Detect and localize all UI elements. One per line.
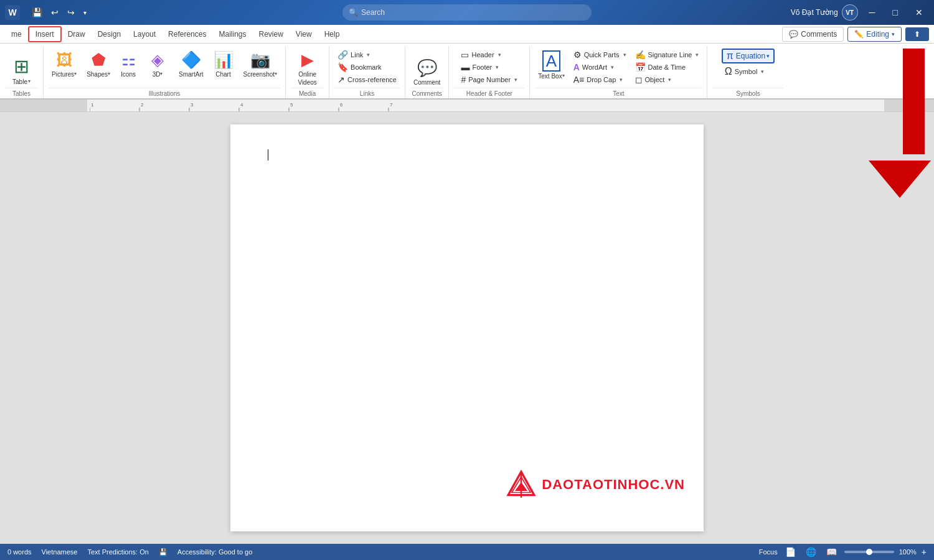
cross-reference-icon: ↗ [337, 75, 345, 85]
quick-parts-button[interactable]: ⚙ Quick Parts ▾ [570, 49, 630, 61]
comments-group-label: Comments [410, 88, 443, 97]
menu-right: 💬 Comments ✏️ Editing ▾ ⬆ [782, 27, 929, 42]
illustrations-group-label: Illustrations [49, 88, 280, 97]
equation-button[interactable]: π Equation ▾ [722, 49, 775, 63]
page-number-button[interactable]: # Page Number ▾ [458, 73, 521, 86]
svg-text:7: 7 [390, 102, 393, 108]
print-layout-view-button[interactable]: 📄 [783, 546, 798, 558]
bookmark-button[interactable]: 🔖 Bookmark [334, 61, 385, 73]
signature-line-label: Signature Line [648, 51, 692, 58]
customize-quick-access-button[interactable]: ▾ [80, 7, 90, 18]
text-box-button[interactable]: A Text Box ▾ [535, 49, 567, 82]
drop-cap-button[interactable]: A≡ Drop Cap ▾ [570, 73, 630, 86]
ribbon-group-links: 🔗 Link ▾ 🔖 Bookmark ↗ Cross-reference Li… [329, 46, 405, 98]
read-view-button[interactable]: 📖 [824, 546, 839, 558]
undo-button[interactable]: ↩ [48, 6, 62, 19]
word-count: 0 words [7, 548, 32, 556]
watermark-logo-svg [506, 469, 537, 500]
document-page[interactable]: DAOTAOTINHOC.VN [230, 124, 704, 531]
icons-button[interactable]: ⚏ Icons [117, 49, 139, 80]
online-videos-button[interactable]: ▶ Online Videos [295, 49, 319, 88]
comments-button[interactable]: 💬 Comments [782, 27, 844, 42]
menu-item-view[interactable]: View [290, 27, 318, 41]
online-videos-icon: ▶ [301, 50, 314, 70]
text-box-label: Text Box [538, 73, 562, 80]
shapes-icon: ⬟ [92, 50, 106, 70]
menu-item-home[interactable]: me [5, 27, 28, 41]
close-button[interactable]: ✕ [909, 0, 929, 25]
chart-button[interactable]: 📊 Chart [210, 49, 237, 80]
zoom-thumb[interactable] [866, 549, 872, 555]
comment-button[interactable]: 💬 Comment [410, 57, 443, 88]
share-button[interactable]: ⬆ [905, 27, 929, 41]
menu-item-mailings[interactable]: Mailings [212, 27, 252, 41]
header-button[interactable]: ▭ Header ▾ [458, 49, 504, 61]
user-avatar[interactable]: VT [842, 4, 858, 21]
menu-item-references[interactable]: References [162, 27, 212, 41]
table-label: Table [12, 78, 27, 85]
menu-item-insert[interactable]: Insert [28, 26, 62, 42]
shapes-dropdown-icon: ▾ [108, 71, 110, 77]
ribbon: ⊞ Table ▾ Tables 🖼 Pictures ▾ ⬟ Shap [0, 44, 934, 100]
cross-reference-button[interactable]: ↗ Cross-reference [334, 73, 400, 86]
object-label: Object [645, 76, 665, 83]
share-icon: ⬆ [914, 30, 920, 39]
symbol-button[interactable]: Ω Symbol ▾ [722, 65, 768, 78]
online-videos-label: Online [298, 71, 316, 78]
date-time-label: Date & Time [648, 63, 686, 71]
focus-label[interactable]: Focus [759, 548, 778, 556]
equation-label: Equation [736, 52, 765, 60]
signature-line-button[interactable]: ✍ Signature Line ▾ [632, 49, 702, 61]
3d-models-button[interactable]: ◈ 3D ▾ [143, 49, 172, 80]
screenshot-button[interactable]: 📷 Screenshot ▾ [240, 49, 281, 80]
link-icon: 🔗 [337, 50, 348, 60]
comments-buttons: 💬 Comment [410, 47, 443, 88]
user-info: Võ Đạt Tường VT [791, 4, 858, 21]
link-arrow-icon: ▾ [367, 52, 370, 58]
drop-cap-label: Drop Cap [587, 76, 616, 83]
text-group-label: Text [535, 88, 702, 97]
shapes-button[interactable]: ⬟ Shapes ▾ [83, 49, 113, 80]
equation-icon: π [727, 50, 734, 62]
ruler-svg: 1 2 3 4 5 6 7 [90, 100, 882, 111]
bookmark-icon: 🔖 [337, 62, 348, 72]
link-button[interactable]: 🔗 Link ▾ [334, 49, 373, 61]
web-layout-view-button[interactable]: 🌐 [803, 546, 819, 558]
wordart-button[interactable]: A WordArt ▾ [570, 61, 630, 73]
date-time-button[interactable]: 📅 Date & Time [632, 61, 702, 73]
links-group-label: Links [334, 88, 400, 97]
smartart-button[interactable]: 🔷 SmartArt [176, 49, 206, 80]
ribbon-group-tables: ⊞ Table ▾ Tables [0, 46, 44, 98]
menu-item-draw[interactable]: Draw [62, 27, 92, 41]
signature-line-icon: ✍ [635, 50, 646, 60]
comment-label: Comment [413, 79, 440, 86]
search-input[interactable] [342, 4, 592, 21]
ruler: 1 2 3 4 5 6 7 [0, 100, 934, 112]
header-arrow-icon: ▾ [498, 52, 501, 58]
zoom-slider[interactable] [844, 551, 894, 553]
footer-button[interactable]: ▬ Footer ▾ [458, 61, 502, 73]
save-status-icon[interactable]: 💾 [159, 548, 167, 556]
ribbon-group-comments: 💬 Comment Comments [405, 46, 449, 98]
object-button[interactable]: ◻ Object ▾ [632, 73, 702, 86]
zoom-in-button[interactable]: + [922, 547, 927, 557]
object-arrow-icon: ▾ [668, 77, 671, 83]
menu-item-design[interactable]: Design [92, 27, 127, 41]
quick-parts-icon: ⚙ [573, 50, 582, 60]
table-button[interactable]: ⊞ Table ▾ [9, 52, 34, 88]
minimize-button[interactable]: ─ [863, 0, 882, 25]
svg-text:4: 4 [240, 102, 243, 108]
menu-item-review[interactable]: Review [252, 27, 289, 41]
media-buttons: ▶ Online Videos [295, 47, 319, 88]
pictures-button[interactable]: 🖼 Pictures ▾ [49, 49, 80, 80]
wordart-label: WordArt [582, 63, 607, 71]
pictures-dropdown-icon: ▾ [74, 71, 77, 77]
save-button[interactable]: 💾 [29, 6, 45, 19]
editing-button[interactable]: ✏️ Editing ▾ [847, 27, 902, 42]
ruler-right-margin [884, 100, 934, 111]
maximize-button[interactable]: □ [887, 0, 904, 25]
menu-item-layout[interactable]: Layout [127, 27, 162, 41]
redo-button[interactable]: ↪ [64, 6, 78, 19]
menu-item-help[interactable]: Help [318, 27, 346, 41]
symbols-group-label: Symbols [712, 88, 783, 97]
